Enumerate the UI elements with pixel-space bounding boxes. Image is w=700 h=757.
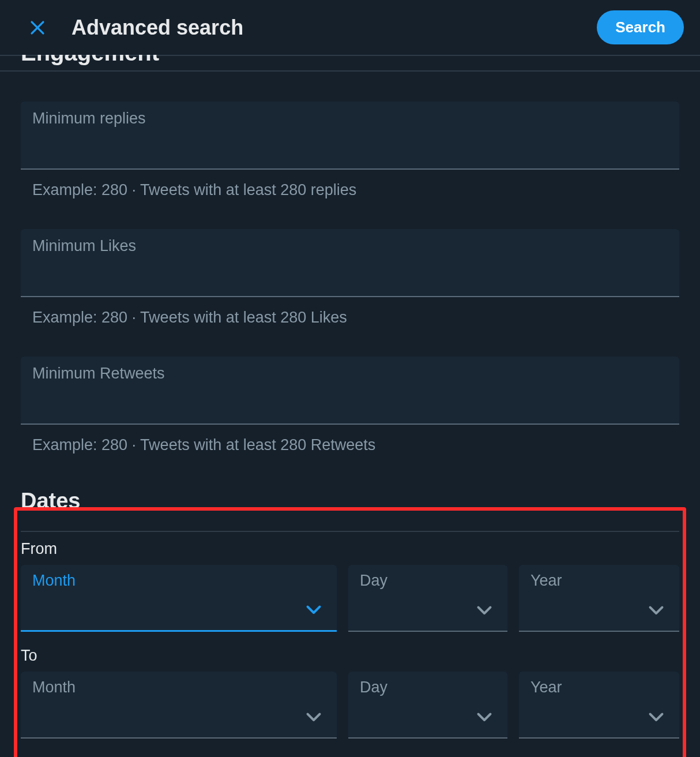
- header-left: Advanced search: [28, 16, 243, 40]
- from-day-select[interactable]: Day: [348, 565, 507, 632]
- to-year-label: Year: [530, 679, 668, 696]
- min-retweets-field[interactable]: Minimum Retweets: [21, 357, 679, 425]
- chevron-down-icon: [474, 706, 495, 727]
- to-day-select[interactable]: Day: [348, 672, 507, 739]
- min-likes-field[interactable]: Minimum Likes: [21, 229, 679, 297]
- to-selects: Month Day Year: [21, 672, 679, 739]
- modal-header: Advanced search Search: [0, 0, 700, 55]
- from-year-label: Year: [530, 572, 668, 590]
- min-replies-example: Example: 280 · Tweets with at least 280 …: [21, 181, 679, 199]
- to-year-select[interactable]: Year: [519, 672, 679, 739]
- to-month-select[interactable]: Month: [21, 672, 337, 739]
- chevron-down-icon: [474, 599, 495, 620]
- section-divider: [0, 70, 700, 72]
- close-icon[interactable]: [28, 18, 47, 38]
- from-year-select[interactable]: Year: [519, 565, 679, 632]
- modal-title: Advanced search: [71, 16, 243, 40]
- to-month-label: Month: [32, 679, 325, 696]
- to-day-label: Day: [360, 679, 496, 696]
- min-replies-label: Minimum replies: [32, 110, 668, 128]
- from-selects: Month Day Year: [21, 565, 679, 632]
- min-retweets-example: Example: 280 · Tweets with at least 280 …: [21, 436, 679, 454]
- chevron-down-icon: [303, 599, 324, 620]
- from-month-select[interactable]: Month: [21, 565, 337, 632]
- advanced-search-modal: Advanced search Search Engagement Minimu…: [0, 0, 700, 757]
- modal-content: Engagement Minimum replies Example: 280 …: [0, 40, 700, 757]
- dates-section: Dates From Month Day Year: [0, 477, 700, 757]
- search-button[interactable]: Search: [597, 10, 684, 44]
- chevron-down-icon: [646, 599, 667, 620]
- to-label: To: [21, 647, 679, 665]
- min-likes-example: Example: 280 · Tweets with at least 280 …: [21, 309, 679, 327]
- from-month-label: Month: [32, 572, 325, 590]
- chevron-down-icon: [303, 706, 324, 727]
- dates-divider: [21, 531, 679, 532]
- engagement-section: Minimum replies Example: 280 · Tweets wi…: [0, 102, 700, 454]
- from-label: From: [21, 540, 679, 558]
- from-day-label: Day: [360, 572, 496, 590]
- min-likes-label: Minimum Likes: [32, 237, 668, 255]
- min-retweets-label: Minimum Retweets: [32, 365, 668, 383]
- dates-heading: Dates: [21, 489, 679, 514]
- min-replies-field[interactable]: Minimum replies: [21, 102, 679, 170]
- chevron-down-icon: [646, 706, 667, 727]
